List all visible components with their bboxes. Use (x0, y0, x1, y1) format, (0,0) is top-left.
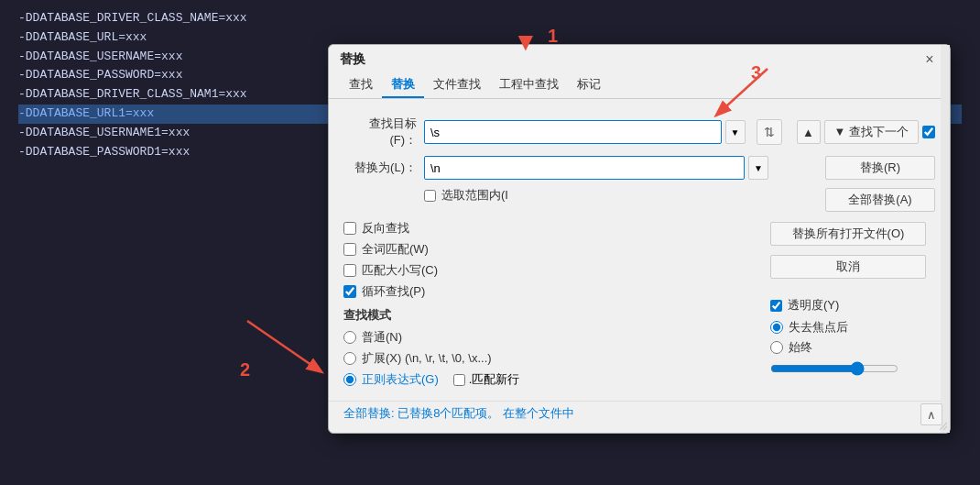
close-button[interactable]: × (920, 50, 939, 69)
transparency-header: 透明度(Y) (770, 297, 935, 314)
find-input-wrap: ▼ (424, 120, 746, 144)
selection-range-checkbox[interactable] (424, 190, 436, 202)
selection-range-row: 选取范围内(I (424, 187, 508, 204)
editor-line: -DDATABASE_DRIVER_CLASS_NAME=xxx (18, 9, 962, 28)
transparency-focus-row: 失去焦点后 (770, 319, 935, 336)
main-content: 反向查找 全词匹配(W) 匹配大小写(C) 循环查找(P) 查找模式 (343, 220, 935, 388)
find-label: 查找目标(F)： (343, 116, 417, 149)
match-newline-row: .匹配新行 (453, 371, 520, 388)
replace-input[interactable] (424, 156, 745, 180)
dialog-title: 替换 (340, 51, 365, 68)
bottom-row: 正则表达式(G) .匹配新行 (343, 371, 763, 388)
transparency-always-label: 始终 (789, 339, 812, 356)
left-column: 反向查找 全词匹配(W) 匹配大小写(C) 循环查找(P) 查找模式 (343, 220, 763, 388)
status-bar: 全部替换: 已替换8个匹配项。 在整个文件中 (329, 401, 950, 425)
wrap-around-label: 循环查找(P) (362, 283, 425, 300)
tab-project-find[interactable]: 工程中查找 (490, 72, 568, 98)
whole-word-row: 全词匹配(W) (343, 241, 763, 258)
radio-extended[interactable] (343, 352, 356, 365)
match-newline-label: .匹配新行 (469, 371, 520, 388)
cancel-button[interactable]: 取消 (770, 255, 926, 279)
annotation-label-3: 3 (751, 62, 761, 83)
transparency-always-row: 始终 (770, 339, 935, 356)
replace-dialog: 替换 × 查找 替换 文件查找 工程中查找 标记 查找目标(F)： ▼ ⇅ ▲ … (328, 44, 951, 434)
annotation-label-1: 1 (548, 26, 558, 47)
reverse-find-checkbox[interactable] (343, 222, 356, 235)
right-column: 替换所有打开文件(O) 取消 透明度(Y) 失去焦点后 始终 (770, 220, 935, 388)
tab-bar: 查找 替换 文件查找 工程中查找 标记 (329, 69, 950, 99)
reverse-find-row: 反向查找 (343, 220, 763, 237)
replace-button[interactable]: 替换(R) (825, 156, 935, 180)
replace-all-open-button[interactable]: 替换所有打开文件(O) (770, 222, 926, 246)
transparency-slider[interactable] (770, 361, 898, 376)
replace-label: 替换为(L)： (343, 160, 417, 176)
reverse-find-label: 反向查找 (362, 220, 409, 237)
match-newline-checkbox[interactable] (453, 374, 465, 386)
tab-replace[interactable]: 替换 (382, 72, 424, 98)
radio-normal-row: 普通(N) (343, 329, 763, 346)
radio-regex[interactable] (343, 373, 356, 386)
find-input[interactable] (424, 120, 722, 144)
replace-dropdown-btn[interactable]: ▼ (748, 156, 768, 180)
tab-mark[interactable]: 标记 (568, 72, 610, 98)
radio-regex-label: 正则表达式(G) (362, 371, 439, 388)
svg-line-5 (943, 426, 947, 430)
radio-extended-label: 扩展(X) (\n, \r, \t, \0, \x...) (362, 350, 492, 367)
whole-word-checkbox[interactable] (343, 243, 356, 256)
scrollbar[interactable] (941, 45, 950, 433)
transparency-section: 透明度(Y) 失去焦点后 始终 (770, 297, 935, 379)
search-mode-label: 查找模式 (343, 307, 763, 324)
radio-extended-row: 扩展(X) (\n, \r, \t, \0, \x...) (343, 350, 763, 367)
tab-find[interactable]: 查找 (340, 72, 382, 98)
radio-normal[interactable] (343, 331, 356, 344)
selection-range-label: 选取范围内(I (441, 187, 508, 204)
find-dropdown-btn[interactable]: ▼ (725, 120, 746, 144)
annotation-label-2: 2 (240, 359, 250, 380)
slider-row (770, 361, 935, 379)
transparency-checkbox[interactable] (770, 300, 782, 312)
replace-input-wrap: ▼ (424, 156, 768, 180)
svg-line-4 (940, 423, 947, 430)
dialog-titlebar: 替换 × (329, 45, 950, 69)
find-prev-button[interactable]: ▲ (797, 120, 821, 144)
radio-regex-row: 正则表达式(G) (343, 371, 439, 388)
wrap-around-row: 循环查找(P) (343, 283, 763, 300)
find-row: 查找目标(F)： ▼ ⇅ ▲ ▼ 查找下一个 (343, 116, 935, 149)
find-checkbox[interactable] (922, 126, 935, 138)
radio-normal-label: 普通(N) (362, 329, 402, 346)
wrap-around-checkbox[interactable] (343, 285, 356, 298)
match-case-checkbox[interactable] (343, 264, 356, 277)
replace-row: 替换为(L)： ▼ 替换(R) (343, 156, 935, 180)
drag-handle[interactable] (936, 419, 947, 430)
match-case-row: 匹配大小写(C) (343, 262, 763, 279)
replace-all-button[interactable]: 全部替换(A) (825, 188, 935, 212)
find-next-button[interactable]: ▼ 查找下一个 (824, 120, 919, 144)
match-case-label: 匹配大小写(C) (362, 262, 438, 279)
dialog-body: 查找目标(F)： ▼ ⇅ ▲ ▼ 查找下一个 替换为(L)： ▼ (329, 108, 950, 395)
transparency-label: 透明度(Y) (788, 297, 839, 314)
swap-button[interactable]: ⇅ (757, 119, 782, 145)
radio-focus-lose[interactable] (770, 321, 783, 334)
whole-word-label: 全词匹配(W) (362, 241, 429, 258)
tab-file-find[interactable]: 文件查找 (424, 72, 490, 98)
status-text[interactable]: 全部替换: 已替换8个匹配项。 在整个文件中 (343, 406, 574, 420)
radio-always[interactable] (770, 341, 783, 354)
transparency-focus-label: 失去焦点后 (789, 319, 848, 336)
